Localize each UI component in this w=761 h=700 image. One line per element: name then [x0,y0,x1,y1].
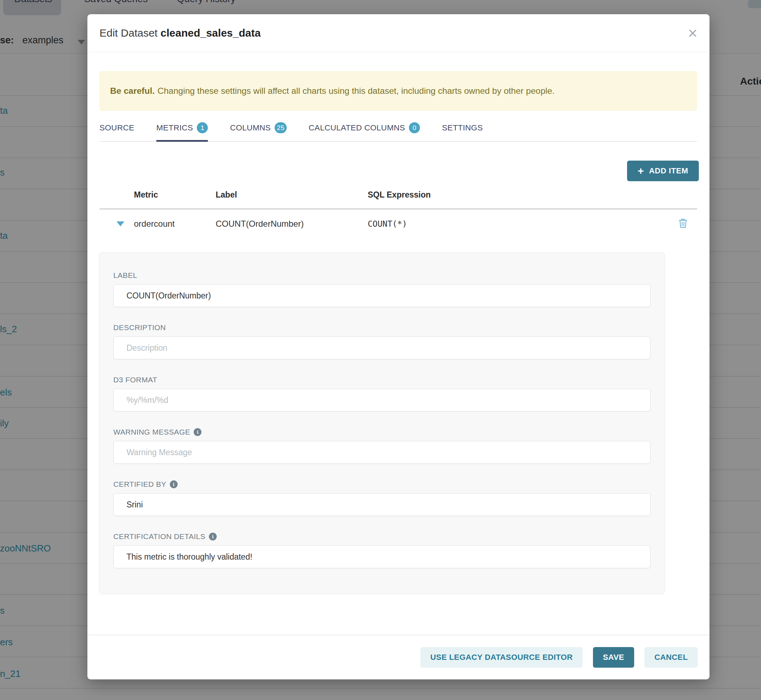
warning-message-input[interactable] [113,441,650,464]
trash-icon[interactable] [678,218,688,230]
tab-source[interactable]: SOURCE [100,114,134,141]
modal-title: Edit Dataset cleaned_sales_data [100,27,261,39]
metric-sql: COUNT(*) [368,219,407,228]
use-legacy-datasource-editor-button[interactable]: USE LEGACY DATASOURCE EDITOR [420,647,583,668]
modal-header: Edit Dataset cleaned_sales_data × [88,14,709,52]
tab-label: COLUMNS [230,123,271,133]
header-sql-expression: SQL Expression [368,190,431,200]
tab-columns[interactable]: COLUMNS 25 [230,114,286,141]
field-certification-details-caption: CERTIFICATION DETAILS i [113,532,650,541]
warning-banner-bold: Be careful. [110,86,155,96]
warning-banner: Be careful. Changing these settings will… [100,71,697,111]
modal-title-prefix: Edit Dataset [100,27,157,39]
field-description: DESCRIPTION [113,323,650,359]
field-certification-details: CERTIFICATION DETAILS i [113,532,650,568]
cancel-button[interactable]: CANCEL [644,647,698,668]
info-icon: i [209,533,217,541]
field-warning-message: WARNING MESSAGE i [113,428,650,464]
save-button[interactable]: SAVE [593,647,634,668]
field-certified-by-caption: CERTIFIED BY i [113,480,650,489]
field-d3-format: D3 FORMAT [113,376,650,411]
certified-by-input[interactable] [113,493,650,516]
description-input[interactable] [113,336,650,359]
tab-settings[interactable]: SETTINGS [442,114,483,141]
header-metric: Metric [134,190,158,200]
tab-badge: 0 [409,122,420,133]
add-item-button[interactable]: + ADD ITEM [627,161,699,181]
field-description-caption: DESCRIPTION [113,323,650,332]
tab-label: SETTINGS [442,123,483,133]
metric-edit-panel: LABEL DESCRIPTION D3 FORMAT WARNING MESS… [99,252,665,594]
field-label: LABEL [113,271,650,307]
field-d3-format-caption: D3 FORMAT [113,376,650,384]
tab-label: METRICS [156,123,193,133]
certification-details-input[interactable] [113,545,650,568]
field-label-caption: LABEL [113,271,650,280]
label-input[interactable] [113,284,650,307]
tab-label: CALCULATED COLUMNS [309,123,405,133]
modal-footer: USE LEGACY DATASOURCE EDITOR SAVE CANCEL [88,634,709,680]
field-warning-message-caption: WARNING MESSAGE i [113,428,650,436]
expand-caret-icon[interactable] [117,221,124,227]
tab-badge: 1 [197,122,208,133]
add-item-label: ADD ITEM [649,166,688,175]
tab-calculated-columns[interactable]: CALCULATED COLUMNS 0 [309,114,420,141]
metric-label: COUNT(OrderNumber) [216,219,304,229]
tab-metrics[interactable]: METRICS 1 [156,114,208,141]
tab-badge: 25 [275,122,287,133]
edit-dataset-modal: Edit Dataset cleaned_sales_data × Be car… [88,14,709,680]
close-icon[interactable]: × [688,25,697,41]
d3-format-input[interactable] [113,389,650,411]
tab-label: SOURCE [100,123,134,133]
metric-row: ordercount COUNT(OrderNumber) COUNT(*) [100,209,697,238]
field-certified-by: CERTIFIED BY i [113,480,650,516]
info-icon: i [194,428,202,436]
modal-title-dataset-name: cleaned_sales_data [161,27,261,39]
tabs: SOURCE METRICS 1 COLUMNS 25 CALCULATED C… [100,114,697,142]
warning-banner-text: Changing these settings will affect all … [157,86,555,96]
metrics-table-header: Metric Label SQL Expression [100,181,697,209]
header-label: Label [216,190,237,200]
info-icon: i [170,480,178,488]
metric-name: ordercount [134,219,175,229]
plus-icon: + [638,166,644,176]
